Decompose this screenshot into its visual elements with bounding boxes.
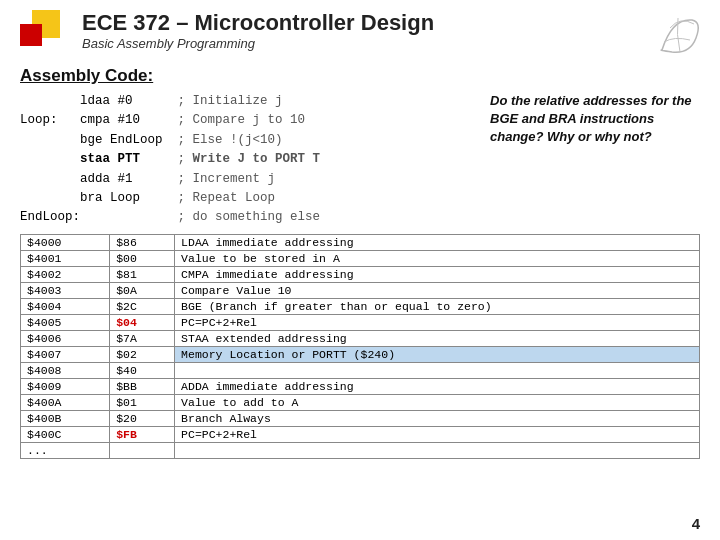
memory-table: $4000$86LDAA immediate addressing$4001$0… (20, 234, 700, 459)
section-title: Assembly Code: (20, 66, 700, 86)
table-row: $4008$40 (21, 362, 700, 378)
mem-hex: $00 (110, 250, 175, 266)
mem-hex: $0A (110, 282, 175, 298)
code-block: ldaa #0 ; Initialize j Loop: cmpa #10 ; … (20, 92, 470, 228)
header-left: ECE 372 – Microcontroller Design Basic A… (20, 10, 434, 58)
mem-hex: $40 (110, 362, 175, 378)
page-number: 4 (692, 515, 700, 532)
table-row: $4004$2CBGE (Branch if greater than or e… (21, 298, 700, 314)
table-row: $4007$02Memory Location or PORTT ($240) (21, 346, 700, 362)
mem-hex: $BB (110, 378, 175, 394)
mem-address: $4007 (21, 346, 110, 362)
page-subtitle: Basic Assembly Programming (82, 36, 434, 51)
mem-hex: $02 (110, 346, 175, 362)
mem-desc: STAA extended addressing (175, 330, 700, 346)
mem-address: $4004 (21, 298, 110, 314)
logo-red (20, 24, 42, 46)
code-line-1: ldaa #0 ; Initialize j (20, 92, 470, 111)
mem-desc: ADDA immediate addressing (175, 378, 700, 394)
mem-desc: Value to add to A (175, 394, 700, 410)
mem-desc: PC=PC+2+Rel (175, 314, 700, 330)
mem-address: $4009 (21, 378, 110, 394)
code-line-2: Loop: cmpa #10 ; Compare j to 10 (20, 111, 470, 130)
mem-address: $4000 (21, 234, 110, 250)
mem-hex: $2C (110, 298, 175, 314)
mem-address: $4003 (21, 282, 110, 298)
table-row: $4002$81CMPA immediate addressing (21, 266, 700, 282)
table-row: $400A$01Value to add to A (21, 394, 700, 410)
mem-desc: Memory Location or PORTT ($240) (175, 346, 700, 362)
mem-address: $4005 (21, 314, 110, 330)
mem-hex: $FB (110, 426, 175, 442)
mem-desc (175, 442, 700, 458)
mem-hex: $86 (110, 234, 175, 250)
mem-hex: $01 (110, 394, 175, 410)
deco-icon (652, 8, 704, 60)
mem-hex: $81 (110, 266, 175, 282)
mem-desc: CMPA immediate addressing (175, 266, 700, 282)
mem-address: $4001 (21, 250, 110, 266)
mem-address: $400B (21, 410, 110, 426)
table-row: $4005$04PC=PC+2+Rel (21, 314, 700, 330)
table-row: $4001$00Value to be stored in A (21, 250, 700, 266)
code-area: ldaa #0 ; Initialize j Loop: cmpa #10 ; … (20, 92, 700, 228)
code-line-5: adda #1 ; Increment j (20, 170, 470, 189)
mem-desc: LDAA immediate addressing (175, 234, 700, 250)
mem-desc: Value to be stored in A (175, 250, 700, 266)
table-row: $400B$20Branch Always (21, 410, 700, 426)
annotation: Do the relative addresses for the BGE an… (490, 92, 700, 228)
mem-desc (175, 362, 700, 378)
header-text: ECE 372 – Microcontroller Design Basic A… (82, 10, 434, 51)
mem-address: ... (21, 442, 110, 458)
code-line-7: EndLoop: ; do something else (20, 208, 470, 227)
table-row: $4003$0ACompare Value 10 (21, 282, 700, 298)
code-line-3: bge EndLoop ; Else !(j<10) (20, 131, 470, 150)
table-row: $4000$86LDAA immediate addressing (21, 234, 700, 250)
mem-desc: Branch Always (175, 410, 700, 426)
mem-desc: PC=PC+2+Rel (175, 426, 700, 442)
logo-block (20, 10, 68, 58)
table-row: $4009$BBADDA immediate addressing (21, 378, 700, 394)
table-row: $4006$7ASTAA extended addressing (21, 330, 700, 346)
table-row: ... (21, 442, 700, 458)
table-row: $400C$FBPC=PC+2+Rel (21, 426, 700, 442)
header: ECE 372 – Microcontroller Design Basic A… (0, 0, 720, 62)
mem-hex: $04 (110, 314, 175, 330)
mem-address: $4002 (21, 266, 110, 282)
mem-hex: $7A (110, 330, 175, 346)
mem-hex (110, 442, 175, 458)
mem-desc: BGE (Branch if greater than or equal to … (175, 298, 700, 314)
code-line-6: bra Loop ; Repeat Loop (20, 189, 470, 208)
mem-address: $4006 (21, 330, 110, 346)
mem-address: $400C (21, 426, 110, 442)
code-line-4: staa PTT ; Write J to PORT T (20, 150, 470, 169)
mem-hex: $20 (110, 410, 175, 426)
mem-address: $4008 (21, 362, 110, 378)
page-title: ECE 372 – Microcontroller Design (82, 10, 434, 36)
main-content: Assembly Code: ldaa #0 ; Initialize j Lo… (0, 62, 720, 463)
mem-desc: Compare Value 10 (175, 282, 700, 298)
mem-address: $400A (21, 394, 110, 410)
